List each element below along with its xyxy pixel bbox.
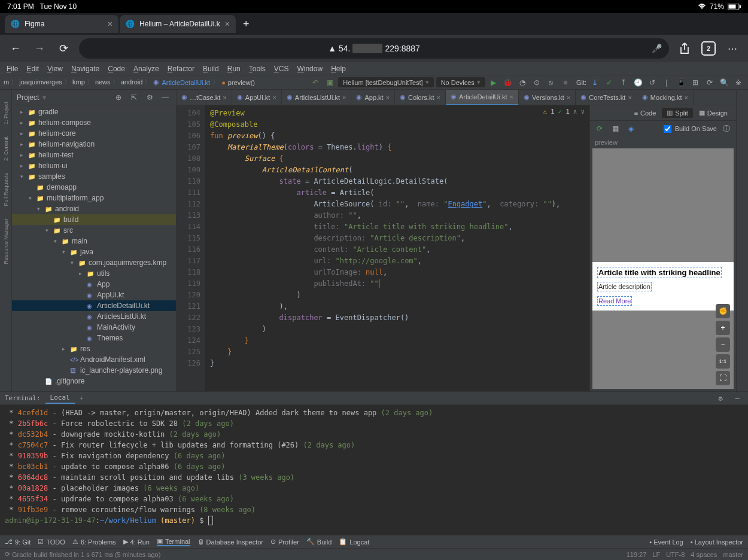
- bottom-tool-tab[interactable]: 🛢 Database Inspector: [197, 538, 263, 546]
- status-item[interactable]: LF: [652, 551, 660, 558]
- tree-row[interactable]: ▾📁com.joaquimverges.kmp: [12, 257, 176, 268]
- editor-tab[interactable]: ◉CoreTests.kt×: [576, 90, 637, 105]
- crumb-func[interactable]: preview(): [228, 79, 255, 86]
- status-item[interactable]: 119:27: [627, 551, 647, 558]
- tree-arrow-icon[interactable]: ▸: [20, 120, 26, 126]
- git-commit-icon[interactable]: ✓: [603, 77, 615, 89]
- code-inspection-status[interactable]: ⚠1 ✓1 ∧∨: [543, 108, 585, 115]
- menu-item[interactable]: Tools: [245, 63, 270, 74]
- breadcrumb-part[interactable]: m: [4, 78, 9, 86]
- coverage-icon[interactable]: ◔: [516, 77, 528, 89]
- new-tab-button[interactable]: +: [237, 18, 256, 31]
- preview-read-more[interactable]: Read More: [597, 296, 632, 306]
- run-icon[interactable]: ▶: [488, 77, 500, 89]
- reload-button[interactable]: ⟳: [55, 40, 72, 57]
- sync-icon[interactable]: ⟳: [704, 77, 716, 89]
- tree-arrow-icon[interactable]: ▾: [45, 227, 51, 233]
- tree-arrow-icon[interactable]: ▸: [20, 141, 26, 147]
- preview-canvas[interactable]: Article title with striking headline Art…: [592, 148, 734, 389]
- close-icon[interactable]: ×: [386, 94, 390, 101]
- target-icon[interactable]: ⊕: [112, 92, 124, 104]
- tree-row[interactable]: ▸📁helium-compose: [12, 117, 176, 128]
- tree-row[interactable]: 📁demoapp: [12, 182, 176, 193]
- code-content[interactable]: @Preview @Composable fun preview() { Mat…: [205, 105, 589, 391]
- run-config-selector[interactable]: Helium [testDebugUnitTest] ▾: [338, 77, 433, 87]
- close-icon[interactable]: ×: [436, 94, 440, 101]
- tree-row[interactable]: ▸📁helium-test: [12, 150, 176, 160]
- zoom-out-icon[interactable]: −: [716, 337, 730, 352]
- browser-tab[interactable]: 🌐 Figma ×: [5, 15, 118, 33]
- add-terminal-icon[interactable]: +: [80, 394, 84, 402]
- share-icon[interactable]: [676, 40, 693, 57]
- undo-nav-icon[interactable]: ↶: [309, 77, 321, 89]
- gear-icon[interactable]: ⚙: [144, 92, 156, 104]
- tree-arrow-icon[interactable]: ▾: [71, 260, 77, 266]
- editor-tab[interactable]: ◉Colors.kt×: [395, 90, 446, 105]
- breadcrumb-part[interactable]: android: [121, 78, 143, 86]
- tree-arrow-icon[interactable]: ▸: [62, 346, 68, 352]
- attach-icon[interactable]: ⎋: [545, 77, 557, 89]
- tree-row[interactable]: ▸📁helium-ui: [12, 160, 176, 171]
- tree-row[interactable]: 📄.gitignore: [12, 376, 176, 386]
- close-icon[interactable]: ×: [342, 94, 346, 101]
- menu-item[interactable]: Window: [293, 63, 327, 74]
- bottom-tool-tab[interactable]: ⊙ Profiler: [270, 538, 299, 546]
- info-icon[interactable]: ⓘ: [720, 123, 732, 135]
- mode-code[interactable]: ≡ Code: [630, 108, 661, 118]
- layers-icon[interactable]: ◈: [625, 123, 637, 135]
- close-icon[interactable]: ×: [225, 19, 230, 29]
- tree-arrow-icon[interactable]: ▾: [29, 195, 35, 201]
- close-icon[interactable]: ×: [567, 94, 570, 101]
- pan-icon[interactable]: ✊: [716, 304, 730, 318]
- menu-item[interactable]: Code: [104, 63, 129, 74]
- menu-item[interactable]: File: [2, 63, 22, 74]
- tree-row[interactable]: ▾📁main: [12, 236, 176, 246]
- tree-row[interactable]: ◉AppUi.kt: [12, 290, 176, 300]
- tool-window-tab[interactable]: Pull Requests: [3, 173, 9, 206]
- menu-item[interactable]: Help: [327, 63, 350, 74]
- tree-arrow-icon[interactable]: ▾: [37, 206, 43, 212]
- terminal-tab[interactable]: Local: [45, 392, 75, 404]
- tree-row[interactable]: ▸📁gradle: [12, 106, 176, 117]
- bottom-tool-tab[interactable]: • Layout Inspector: [691, 538, 743, 546]
- mode-split[interactable]: ▥ Split: [662, 108, 692, 118]
- device-selector[interactable]: No Devices ▾: [436, 77, 485, 87]
- breadcrumb-part[interactable]: news: [95, 78, 111, 86]
- term-gear-icon[interactable]: ⚙: [714, 392, 726, 404]
- sync-icon[interactable]: ⟳: [5, 550, 10, 558]
- tree-arrow-icon[interactable]: ▾: [54, 238, 60, 244]
- tree-row[interactable]: ▾📁samples: [12, 171, 176, 182]
- tree-row[interactable]: ◉ArticlesListUi.kt: [12, 311, 176, 322]
- zoom-in-icon[interactable]: +: [716, 321, 730, 335]
- menu-item[interactable]: Build: [199, 63, 223, 74]
- run-config-icon[interactable]: ▣: [324, 77, 336, 89]
- tree-arrow-icon[interactable]: ▾: [62, 249, 68, 255]
- tree-row[interactable]: ▾📁multiplatform_app: [12, 193, 176, 203]
- zoom-fit-icon[interactable]: ⛶: [716, 371, 730, 385]
- status-item[interactable]: UTF-8: [666, 551, 685, 558]
- more-icon[interactable]: ⋯: [724, 40, 741, 57]
- bottom-tool-tab[interactable]: ⎇ 9: Git: [5, 538, 31, 546]
- profiler-icon[interactable]: ⊙: [531, 77, 543, 89]
- settings-icon[interactable]: ※: [732, 77, 744, 89]
- bottom-tool-tab[interactable]: ⚠ 6: Problems: [72, 538, 116, 546]
- editor-tab[interactable]: ◉…tCase.kt×: [177, 90, 232, 105]
- tree-row[interactable]: 🖼ic_launcher-playstore.png: [12, 365, 176, 376]
- git-rollback-icon[interactable]: ↺: [646, 77, 658, 89]
- tool-window-tab[interactable]: 1: Project: [3, 102, 9, 124]
- git-update-icon[interactable]: ⤓: [589, 77, 601, 89]
- editor-tab[interactable]: ◉ArticlesListUi.kt×: [282, 90, 352, 105]
- menu-item[interactable]: Analyze: [129, 63, 163, 74]
- tree-row[interactable]: ▸📁helium-core: [12, 128, 176, 139]
- status-item[interactable]: 4 spaces: [691, 551, 717, 558]
- tree-row[interactable]: ▸📁utils: [12, 268, 176, 279]
- bottom-tool-tab[interactable]: • Event Log: [649, 538, 683, 546]
- code-editor[interactable]: 1041051061071081091101111121131141151161…: [177, 105, 589, 391]
- debug-icon[interactable]: 🐞: [502, 77, 514, 89]
- close-icon[interactable]: ×: [108, 19, 112, 29]
- tree-row[interactable]: ◉MainActivity: [12, 322, 176, 333]
- mode-design[interactable]: ▦ Design: [694, 108, 732, 118]
- editor-tab[interactable]: ◉Versions.kt×: [519, 90, 576, 105]
- forward-button[interactable]: →: [31, 40, 48, 57]
- tool-window-tab[interactable]: Resource Manager: [3, 218, 9, 264]
